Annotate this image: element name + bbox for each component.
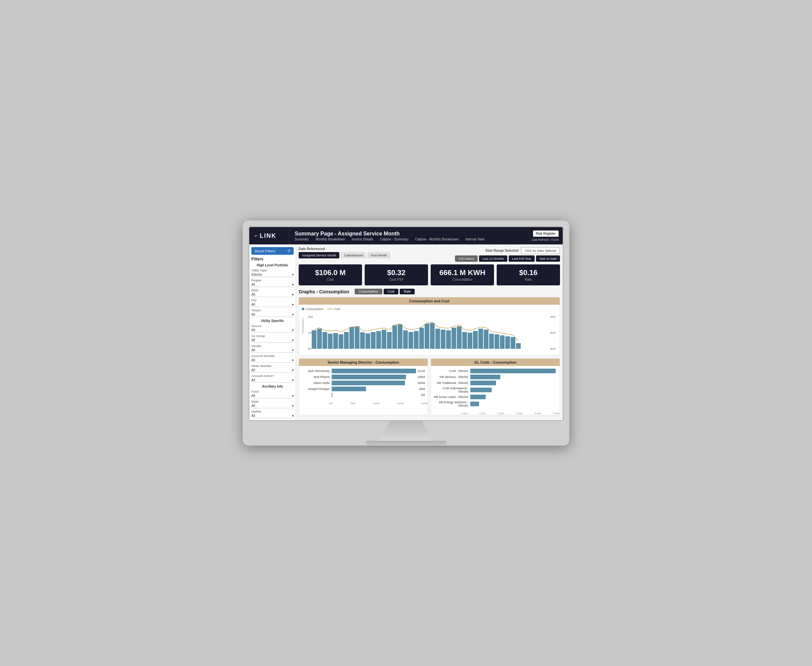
legend-consumption: Consumption (302, 307, 323, 311)
bar-label: Jack Hennessey (302, 369, 332, 373)
graph-tabs: Consumption Cost Rate (355, 289, 415, 294)
btn-full-history[interactable]: Full History (455, 256, 478, 262)
bar-label: Glenn Wylie (302, 381, 332, 385)
svg-rect-28 (425, 324, 429, 349)
risk-register-button[interactable]: Risk Register (533, 231, 559, 237)
date-reference-group: Date Referenced Assigned Service Month C… (299, 247, 390, 259)
legend-dot-consumption (302, 308, 304, 310)
tab-cost[interactable]: Cost (384, 289, 399, 294)
charts-row-1: Senior Managing Director - Consumption J… (299, 358, 560, 418)
filter-utility-type[interactable]: Electric ▾ (251, 272, 294, 277)
filter-pid[interactable]: All ▾ (251, 302, 294, 307)
list-item: CAM - Electric (434, 369, 557, 373)
kpi-costpsf-value: $0.32 (370, 269, 423, 277)
bar-container (332, 374, 416, 379)
kpi-consumption-label: Consumption (436, 278, 489, 281)
svg-rect-15 (355, 326, 359, 349)
kpi-costpsf-label: Cost PSF (370, 278, 423, 281)
tab-rate[interactable]: Rate (400, 289, 415, 294)
svg-rect-38 (478, 329, 483, 349)
filter-smd[interactable]: All ▾ (251, 292, 294, 297)
date-selector-button[interactable]: Click for Date Selector (521, 247, 560, 254)
bar-container (332, 387, 418, 391)
svg-rect-30 (435, 329, 440, 349)
filter-label-account-active: Account Active? (251, 374, 294, 378)
btn-calendarized[interactable]: Calendarized (341, 252, 366, 259)
nav-summary[interactable]: Summary (295, 237, 309, 241)
svg-rect-23 (398, 324, 402, 349)
monitor-stand (379, 421, 433, 441)
graphs-header: Graphs - Consumption Consumption Cost Ra… (299, 289, 560, 294)
filter-tenant[interactable]: All ▾ (251, 312, 294, 317)
kpi-cost-psf: $0.32 Cost PSF (365, 264, 428, 285)
date-range-label: Date Range Selected (486, 249, 519, 252)
filter-meter-number[interactable]: All ▾ (251, 368, 294, 373)
reset-filters-button[interactable]: Reset Filters ↺ (251, 247, 294, 255)
svg-text:0M: 0M (308, 347, 311, 350)
tab-consumption[interactable]: Consumption (355, 289, 382, 294)
logo-text: LINK (260, 232, 276, 239)
svg-rect-20 (382, 330, 386, 349)
kpi-rate-value: $0.16 (502, 269, 555, 277)
bar-fill (470, 387, 492, 392)
bar-container (332, 369, 416, 373)
axis-tick: 0.3bn (516, 412, 523, 415)
filter-source[interactable]: All ▾ (251, 328, 294, 333)
filter-region[interactable]: All ▾ (251, 282, 294, 287)
svg-rect-10 (328, 334, 332, 349)
btn-last-full-year[interactable]: Last Full Year (509, 256, 535, 262)
filter-vendor[interactable]: All ▾ (251, 348, 294, 353)
list-item: NB Gross Lease - Electric (434, 395, 557, 399)
bar-container (332, 381, 416, 385)
page-title: Summary Page - Assigned Service Month (295, 231, 523, 237)
btn-last-12-months[interactable]: Last 12 Months (479, 256, 507, 262)
svg-rect-22 (392, 325, 397, 349)
btn-post-month[interactable]: Post Month (367, 252, 390, 259)
filter-gl-group[interactable]: All ▾ (251, 338, 294, 343)
nav-calpine-summary[interactable]: Calpine - Summary (380, 237, 408, 241)
svg-rect-16 (360, 332, 365, 349)
bar-value: 211M (417, 369, 425, 373)
nav-monthly-breakdown[interactable]: Monthly Breakdown (316, 237, 345, 241)
filter-account-number[interactable]: All ▾ (251, 358, 294, 363)
btn-assigned-service-month[interactable]: Assigned Service Month (299, 252, 339, 259)
nav-invoice-details[interactable]: Invoice Details (352, 237, 373, 241)
bar-value: 186M (417, 375, 425, 379)
nav-calpine-monthly[interactable]: Calpine - Monthly Breakdown (415, 237, 459, 241)
kpi-cost-value: $106.0 M (304, 269, 357, 277)
svg-rect-25 (408, 332, 413, 349)
chevron-icon: ▾ (292, 358, 294, 362)
svg-rect-13 (344, 332, 349, 349)
nav-interval-view[interactable]: Interval View (465, 237, 485, 241)
chevron-icon: ▾ (292, 313, 294, 317)
axis-tick: 50M (350, 402, 356, 405)
svg-rect-44 (511, 337, 515, 349)
filter-account-active[interactable]: All ▾ (251, 378, 294, 382)
svg-rect-37 (473, 331, 478, 349)
ancillary-header: Ancillary Info (251, 385, 294, 388)
bar-label: NB Gross Lease - Electric (434, 395, 470, 399)
svg-rect-33 (451, 328, 456, 349)
svg-rect-41 (494, 334, 499, 349)
high-level-header: High Level Portfolio (251, 264, 294, 267)
app-header: ⌐ LINK Summary Page - Assigned Service M… (249, 227, 563, 244)
consumption-cost-svg: 20M 10M 0M $4M $2M $0M Consumption (302, 312, 557, 352)
bar-label: CAM Submetered - Electric (434, 387, 470, 393)
chevron-icon: ▾ (292, 368, 294, 372)
date-range-group: Date Range Selected Click for Date Selec… (455, 247, 560, 262)
filter-market[interactable]: All ▾ (251, 414, 294, 418)
btn-year-to-date[interactable]: Year to Date (536, 256, 560, 262)
filter-state[interactable]: All ▾ (251, 404, 294, 408)
bar-container (470, 387, 556, 392)
chevron-icon: ▾ (292, 283, 294, 286)
chevron-icon: ▾ (292, 348, 294, 352)
axis-tick: 100M (373, 402, 379, 405)
chevron-icon: ▾ (292, 394, 294, 397)
kpi-cost-label: Cost (304, 278, 357, 281)
axis-tick: 0.0bn (461, 412, 468, 415)
svg-rect-12 (339, 334, 343, 349)
list-item: Joseph Finnigan84M (302, 387, 425, 391)
filter-label-smd: SMD (251, 288, 294, 292)
filter-fund[interactable]: All ▾ (251, 394, 294, 398)
svg-rect-17 (365, 333, 370, 349)
